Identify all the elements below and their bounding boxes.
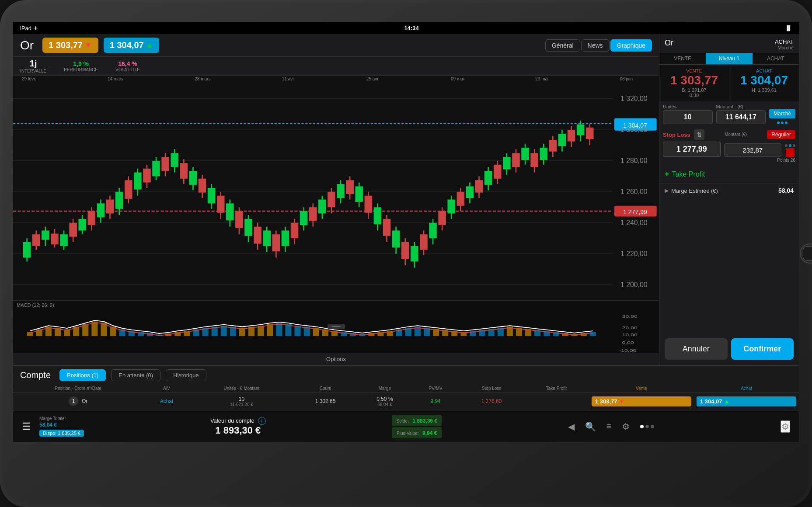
units-label: Unités — [663, 104, 713, 109]
svg-rect-205 — [590, 332, 596, 336]
hamburger-button[interactable]: ☰ — [22, 421, 31, 432]
plus-icon: + — [665, 170, 669, 179]
compte-center: Valeur du compte i 1 893,30 € — [210, 417, 266, 436]
tab-positions[interactable]: Positions (1) — [59, 369, 106, 381]
sell-arrow-icon: ▼ — [84, 41, 92, 50]
chart-svg: 29 févr. 14 mars 28 mars 11 avr. 25 avr.… — [13, 76, 659, 300]
th-take-profit: Take Profit — [524, 385, 589, 392]
dot-1 — [777, 122, 780, 124]
ask-section: ACHAT 1 304,07 H: 1 309,61 — [729, 65, 799, 101]
gear-nav-btn[interactable]: ⚙ — [781, 420, 790, 433]
svg-rect-124 — [530, 153, 538, 167]
achat-tab[interactable]: ACHAT — [753, 53, 799, 64]
home-button[interactable] — [800, 243, 812, 264]
td-av-val: Achat — [160, 398, 174, 404]
vente-label: VENTE — [665, 68, 724, 73]
marge-totale-label: Marge Totale: — [39, 416, 84, 421]
date-7: 23 mai — [535, 76, 548, 81]
back-nav-btn[interactable]: ◀ — [568, 421, 575, 432]
th-av: A/V — [143, 385, 190, 392]
plus-value-row: Plus-Value: 9,94 € — [392, 427, 442, 438]
date-2: 14 mars — [108, 76, 123, 81]
montant-value[interactable]: 11 644,17 — [716, 110, 766, 124]
stop-dot-3 — [793, 144, 795, 147]
solde-row: Solde: 1 883,36 € — [392, 415, 442, 426]
dispo-label: Dispo: — [43, 431, 56, 436]
dot-2 — [781, 122, 784, 124]
date-8: 06 juin — [620, 76, 632, 81]
svg-rect-86 — [355, 186, 363, 201]
stop-icons-col — [785, 143, 795, 157]
annuler-button[interactable]: Annuler — [665, 338, 728, 360]
svg-rect-108 — [457, 192, 465, 206]
units-value[interactable]: 10 — [663, 110, 713, 124]
svg-rect-100 — [420, 234, 428, 250]
stop-toggle-btn[interactable]: ⇅ — [694, 129, 704, 140]
info-icon[interactable]: i — [258, 417, 266, 425]
vente-price-badge[interactable]: 1 303,77 ▼ — [592, 396, 691, 406]
vente-tab[interactable]: VENTE — [659, 53, 706, 64]
achat-price-badge[interactable]: 1 304,07 ▲ — [697, 396, 796, 406]
tab-news[interactable]: News — [581, 39, 610, 52]
nav-dot-1 — [640, 425, 644, 428]
sell-price-badge: 1 303,77 ▼ — [42, 38, 98, 53]
marche-button[interactable]: Marché — [769, 109, 795, 118]
svg-text:1 260,00: 1 260,00 — [620, 188, 648, 195]
svg-rect-66 — [263, 230, 271, 246]
svg-text:1 280,00: 1 280,00 — [620, 157, 648, 164]
svg-rect-32 — [106, 200, 114, 214]
buy-price-badge: 1 304,07 ▲ — [104, 38, 160, 53]
svg-rect-112 — [475, 180, 483, 192]
settings-nav-btn[interactable]: ⚙ — [622, 421, 630, 432]
chart-container[interactable]: 29 févr. 14 mars 28 mars 11 avr. 25 avr.… — [13, 76, 659, 300]
svg-rect-70 — [282, 230, 289, 246]
svg-text:30,00: 30,00 — [622, 314, 638, 319]
order-type-label: ACHAT — [775, 38, 794, 45]
sub-sell: B: 1 291,07 — [665, 87, 724, 93]
bottom-area: Compte Positions (1) En attente (0) Hist… — [13, 365, 799, 411]
marge-totale-block: Marge Totale: 58,04 € Dispo: 1 835,25 € — [39, 416, 84, 437]
units-group: Unités 10 — [663, 104, 713, 124]
confirmer-button[interactable]: Confirmer — [731, 338, 794, 360]
td-take-profit — [524, 392, 589, 410]
montant-label: Montant : (€) — [716, 104, 766, 109]
stop-loss-value[interactable]: 1 277,99 — [663, 142, 721, 157]
svg-text:0,00: 0,00 — [622, 340, 634, 345]
nav-dot-3 — [651, 425, 654, 428]
stop-header-row: Stop Loss ⇅ Montant (€) Régulier — [663, 129, 795, 140]
sub-buy: H: 1 309,61 — [735, 87, 794, 93]
sell-price-value: 1 303,77 — [49, 40, 83, 50]
marge-totale-val: 58,04 € — [39, 422, 84, 428]
stop-montant-value[interactable]: 232,87 — [724, 143, 782, 157]
td-av: Achat — [143, 392, 190, 410]
action-buttons: Annuler Confirmer — [659, 333, 799, 365]
tab-historique[interactable]: Historique — [166, 369, 206, 381]
resize-handle[interactable] — [328, 324, 345, 329]
svg-rect-40 — [143, 169, 151, 183]
options-bar[interactable]: Options — [13, 353, 659, 365]
svg-text:20,00: 20,00 — [622, 326, 638, 330]
tab-graphique[interactable]: Graphique — [610, 39, 652, 52]
svg-rect-42 — [152, 161, 160, 176]
performance-value: 1,9 % — [64, 60, 98, 67]
performance-info: 1,9 % PERFORMANCE — [64, 60, 98, 72]
svg-rect-60 — [235, 211, 243, 228]
svg-rect-128 — [549, 140, 557, 152]
list-nav-btn[interactable]: ≡ — [606, 421, 612, 431]
pos-num: 1 — [69, 396, 78, 406]
regulier-button[interactable]: Régulier — [767, 130, 795, 139]
take-profit-row[interactable]: + Take Profit — [659, 165, 799, 183]
niveau-tab[interactable]: Niveau 1 — [706, 53, 752, 64]
chart-panel: Or 1 303,77 ▼ 1 304,07 ▲ Général News Gr… — [13, 34, 659, 365]
solde-label: Solde: — [396, 419, 408, 424]
stop-loss-val: 1 276,60 — [481, 398, 502, 404]
buy-price-value: 1 304,07 — [110, 40, 144, 50]
volatilite-label: VOLATILITE — [115, 67, 140, 72]
compte-big-value: 1 893,30 € — [210, 425, 266, 436]
dispo-badge: Dispo: 1 835,25 € — [39, 430, 84, 437]
tab-general[interactable]: Général — [545, 39, 580, 52]
nav-left: ☰ Marge Totale: 58,04 € Dispo: 1 835,25 … — [22, 416, 84, 437]
svg-rect-44 — [161, 157, 169, 171]
tab-en-attente[interactable]: En attente (0) — [111, 369, 160, 381]
search-nav-btn[interactable]: 🔍 — [585, 421, 596, 432]
